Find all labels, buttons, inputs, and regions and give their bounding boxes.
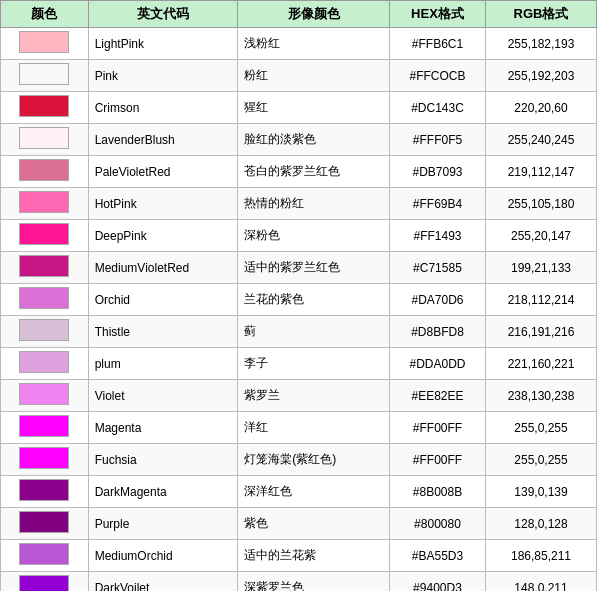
color-name: DeepPink [88,220,238,252]
color-swatch [19,479,69,501]
color-hex: #FFB6C1 [389,28,485,60]
color-desc: 苍白的紫罗兰红色 [238,156,390,188]
color-desc: 紫色 [238,508,390,540]
color-swatch-cell [1,252,89,284]
color-name: Thistle [88,316,238,348]
color-hex: #DDA0DD [389,348,485,380]
color-rgb: 216,191,216 [486,316,597,348]
color-hex: #EE82EE [389,380,485,412]
color-name: DarkVoilet [88,572,238,592]
color-swatch-cell [1,124,89,156]
table-row: Crimson猩红#DC143C220,20,60 [1,92,597,124]
color-desc: 猩红 [238,92,390,124]
color-hex: #FFF0F5 [389,124,485,156]
table-row: HotPink热情的粉红#FF69B4255,105,180 [1,188,597,220]
color-hex: #FF69B4 [389,188,485,220]
header-rgb: RGB格式 [486,1,597,28]
color-desc: 深洋红色 [238,476,390,508]
color-swatch-cell [1,284,89,316]
color-rgb: 218,112,214 [486,284,597,316]
color-swatch [19,255,69,277]
color-swatch-cell [1,156,89,188]
color-swatch-cell [1,28,89,60]
table-row: MediumOrchid适中的兰花紫#BA55D3186,85,211 [1,540,597,572]
color-name: MediumVioletRed [88,252,238,284]
color-hex: #D8BFD8 [389,316,485,348]
color-swatch [19,575,69,591]
color-rgb: 255,240,245 [486,124,597,156]
color-rgb: 255,105,180 [486,188,597,220]
color-name: Pink [88,60,238,92]
color-name: LightPink [88,28,238,60]
color-rgb: 186,85,211 [486,540,597,572]
table-row: Magenta洋红#FF00FF255,0,255 [1,412,597,444]
color-rgb: 255,20,147 [486,220,597,252]
color-swatch-cell [1,476,89,508]
color-desc: 适中的紫罗兰红色 [238,252,390,284]
color-swatch [19,543,69,565]
table-row: DarkMagenta深洋红色#8B008B139,0,139 [1,476,597,508]
header-english: 英文代码 [88,1,238,28]
table-row: DeepPink深粉色#FF1493255,20,147 [1,220,597,252]
color-desc: 紫罗兰 [238,380,390,412]
color-rgb: 221,160,221 [486,348,597,380]
color-hex: #BA55D3 [389,540,485,572]
color-swatch [19,351,69,373]
color-swatch [19,447,69,469]
color-swatch-cell [1,444,89,476]
color-hex: #DC143C [389,92,485,124]
table-row: PaleVioletRed苍白的紫罗兰红色#DB7093219,112,147 [1,156,597,188]
color-desc: 蓟 [238,316,390,348]
color-name: Purple [88,508,238,540]
color-swatch-cell [1,540,89,572]
header-desc: 形像颜色 [238,1,390,28]
color-swatch-cell [1,220,89,252]
color-rgb: 128,0,128 [486,508,597,540]
color-hex: #FFCOCB [389,60,485,92]
color-desc: 灯笼海棠(紫红色) [238,444,390,476]
color-swatch [19,223,69,245]
color-rgb: 238,130,238 [486,380,597,412]
color-swatch-cell [1,508,89,540]
color-swatch [19,191,69,213]
color-hex: #FF00FF [389,412,485,444]
color-name: HotPink [88,188,238,220]
color-rgb: 148,0,211 [486,572,597,592]
color-name: MediumOrchid [88,540,238,572]
color-rgb: 219,112,147 [486,156,597,188]
color-swatch-cell [1,380,89,412]
color-name: Crimson [88,92,238,124]
color-name: Fuchsia [88,444,238,476]
color-table: 颜色 英文代码 形像颜色 HEX格式 RGB格式 LightPink浅粉红#FF… [0,0,597,591]
color-rgb: 255,182,193 [486,28,597,60]
color-hex: #9400D3 [389,572,485,592]
color-swatch-cell [1,572,89,592]
header-color: 颜色 [1,1,89,28]
color-rgb: 255,0,255 [486,412,597,444]
color-swatch-cell [1,412,89,444]
color-swatch-cell [1,92,89,124]
color-desc: 洋红 [238,412,390,444]
color-name: plum [88,348,238,380]
color-swatch-cell [1,188,89,220]
color-hex: #FF00FF [389,444,485,476]
color-swatch [19,383,69,405]
color-swatch-cell [1,316,89,348]
color-swatch [19,63,69,85]
color-swatch [19,127,69,149]
color-rgb: 199,21,133 [486,252,597,284]
color-desc: 热情的粉红 [238,188,390,220]
color-swatch [19,159,69,181]
color-name: PaleVioletRed [88,156,238,188]
color-desc: 李子 [238,348,390,380]
color-swatch [19,511,69,533]
color-desc: 兰花的紫色 [238,284,390,316]
table-row: Fuchsia灯笼海棠(紫红色)#FF00FF255,0,255 [1,444,597,476]
color-swatch-cell [1,348,89,380]
table-row: plum李子#DDA0DD221,160,221 [1,348,597,380]
table-row: Pink粉红#FFCOCB255,192,203 [1,60,597,92]
table-row: Purple紫色#800080128,0,128 [1,508,597,540]
table-row: Thistle蓟#D8BFD8216,191,216 [1,316,597,348]
table-row: LightPink浅粉红#FFB6C1255,182,193 [1,28,597,60]
color-rgb: 139,0,139 [486,476,597,508]
